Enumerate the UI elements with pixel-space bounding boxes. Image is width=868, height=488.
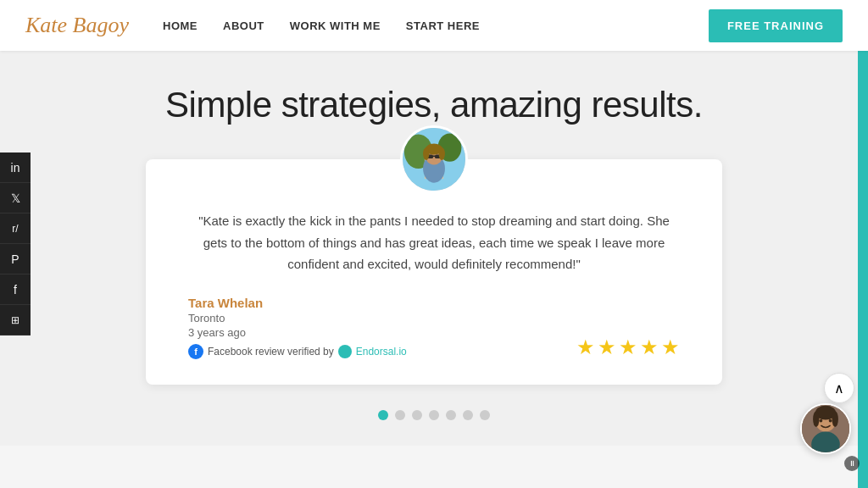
reviewer-name: Tara Whelan bbox=[188, 296, 407, 310]
nav-about[interactable]: ABOUT bbox=[223, 19, 264, 32]
reviewer-location: Toronto bbox=[188, 312, 407, 324]
nav-home[interactable]: HOME bbox=[163, 19, 198, 32]
verified-text: Facebook review verified by bbox=[208, 346, 334, 358]
social-sidebar: in 𝕏 r/ P f ⊞ bbox=[0, 152, 31, 336]
reddit-icon[interactable]: r/ bbox=[0, 214, 31, 244]
dot-5[interactable] bbox=[446, 410, 456, 420]
header: Kate Bagoy HOME ABOUT WORK WITH ME START… bbox=[0, 0, 868, 51]
main-content: Simple strategies, amazing results. bbox=[0, 51, 868, 446]
star-rating: ★ ★ ★ ★ ★ bbox=[576, 336, 680, 359]
svg-point-13 bbox=[423, 147, 429, 160]
dot-3[interactable] bbox=[412, 410, 422, 420]
star-5: ★ bbox=[661, 336, 680, 359]
facebook-verified-icon: f bbox=[188, 344, 203, 359]
main-nav: HOME ABOUT WORK WITH ME START HERE bbox=[163, 19, 709, 32]
right-strip bbox=[858, 0, 868, 488]
twitter-icon[interactable]: 𝕏 bbox=[0, 183, 31, 214]
testimonial-wrapper: "Kate is exactly the kick in the pants I… bbox=[146, 159, 722, 385]
page-headline: Simple strategies, amazing results. bbox=[165, 85, 703, 125]
svg-point-14 bbox=[439, 147, 445, 160]
scroll-up-button[interactable]: ∧ bbox=[824, 373, 854, 403]
pause-button[interactable]: ⏸ bbox=[844, 456, 860, 471]
testimonial-quote: "Kate is exactly the kick in the pants I… bbox=[188, 210, 680, 275]
dot-6[interactable] bbox=[463, 410, 473, 420]
svg-point-19 bbox=[832, 411, 837, 427]
dot-2[interactable] bbox=[395, 410, 405, 420]
verified-badge: f Facebook review verified by Endorsal.i… bbox=[188, 344, 407, 359]
reviewer-avatar bbox=[400, 125, 468, 193]
svg-point-21 bbox=[820, 419, 823, 423]
review-time: 3 years ago bbox=[188, 326, 407, 339]
endorsal-icon bbox=[338, 345, 352, 358]
layers-icon[interactable]: ⊞ bbox=[0, 305, 31, 336]
linkedin-icon[interactable]: in bbox=[0, 152, 31, 183]
slide-dots bbox=[378, 410, 490, 420]
facebook-icon[interactable]: f bbox=[0, 274, 31, 305]
chevron-up-icon: ∧ bbox=[834, 380, 844, 396]
nav-start-here[interactable]: START HERE bbox=[406, 19, 480, 32]
pause-icon: ⏸ bbox=[849, 459, 856, 468]
testimonial-footer: Tara Whelan Toronto 3 years ago f Facebo… bbox=[188, 296, 680, 359]
chat-avatar[interactable] bbox=[800, 403, 851, 454]
star-4: ★ bbox=[640, 336, 659, 359]
chat-avatar-image bbox=[802, 405, 849, 452]
dot-4[interactable] bbox=[429, 410, 439, 420]
pinterest-icon[interactable]: P bbox=[0, 244, 31, 274]
nav-work-with-me[interactable]: WORK WITH ME bbox=[290, 19, 381, 32]
reviewer-info: Tara Whelan Toronto 3 years ago f Facebo… bbox=[188, 296, 407, 359]
star-3: ★ bbox=[619, 336, 637, 359]
svg-point-18 bbox=[813, 411, 819, 427]
free-training-button[interactable]: FREE TRAINING bbox=[709, 9, 843, 42]
dot-1[interactable] bbox=[378, 410, 388, 420]
logo[interactable]: Kate Bagoy bbox=[25, 13, 129, 38]
star-2: ★ bbox=[598, 336, 616, 359]
star-1: ★ bbox=[576, 336, 595, 359]
endorsal-text[interactable]: Endorsal.io bbox=[356, 346, 407, 358]
dot-7[interactable] bbox=[480, 410, 490, 420]
svg-point-22 bbox=[829, 419, 832, 423]
